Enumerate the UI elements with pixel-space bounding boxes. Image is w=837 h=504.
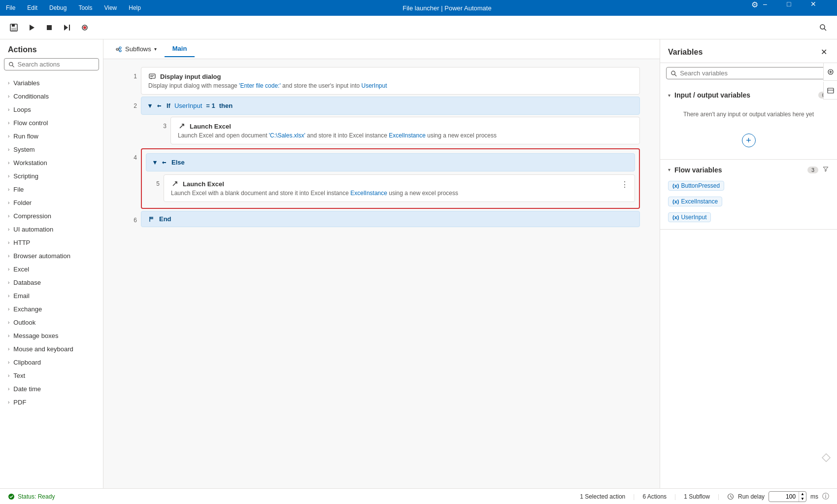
menu-tools[interactable]: Tools [76,2,94,13]
next-step-button[interactable] [59,20,75,35]
menu-view[interactable]: View [102,2,119,13]
canvas-search-button[interactable] [815,20,831,35]
variables-side-icon2[interactable] [823,82,837,100]
if-collapse-icon[interactable]: ▾ [148,102,152,109]
if-card[interactable]: ▾ If UserInput = 1 then [141,97,640,115]
action-group-label: System [13,146,34,153]
title-bar: File Edit Debug Tools View Help File lau… [0,0,837,16]
action-group-database[interactable]: › Database [0,276,103,289]
step-number-6: 6 [123,211,141,224]
variable-item-userinput[interactable]: (x) UserInput [660,209,837,225]
step-card-3[interactable]: Launch Excel Launch Excel and open docum… [170,117,640,144]
action-group-http[interactable]: › HTTP [0,236,103,249]
chevron-right-icon: › [8,293,9,299]
action-group-variables[interactable]: › Variables [0,76,103,90]
action-group-pdf[interactable]: › PDF [0,396,103,409]
variable-name-buttonpressed: ButtonPressed [681,182,720,189]
io-variables-header[interactable]: ▾ Input / output variables 0 [660,87,837,103]
run-delay-info-button[interactable]: ⓘ [822,492,829,501]
step-more-button-5[interactable]: ⋮ [619,179,631,190]
window-controls[interactable]: ⚙ – □ ✕ [751,0,833,16]
variables-close-button[interactable]: ✕ [819,45,829,59]
save-button[interactable] [6,20,22,35]
action-group-scripting[interactable]: › Scripting [0,169,103,183]
svg-rect-4 [47,25,52,30]
action-group-email[interactable]: › Email [0,289,103,302]
action-group-excel[interactable]: › Excel [0,263,103,276]
action-group-label: Variables [13,79,39,87]
if-label: If [167,102,170,109]
if-operator: = 1 [206,102,215,109]
step-number-4: 4 [123,148,141,161]
flow-variables-filter-button[interactable] [822,166,829,174]
stop-button[interactable] [41,20,57,35]
menu-file[interactable]: File [4,2,17,13]
chevron-right-icon: › [8,400,9,405]
if-icon [156,102,163,109]
flow-variables-header[interactable]: ▾ Flow variables 3 [660,162,837,178]
action-group-flow-control[interactable]: › Flow control [0,116,103,130]
svg-point-13 [116,48,118,50]
action-group-loops[interactable]: › Loops [0,103,103,116]
run-delay-up-button[interactable]: ▲ [799,492,806,497]
tab-main[interactable]: Main [165,41,195,57]
variables-side-icon1[interactable] [823,63,837,81]
else-collapse-icon[interactable]: ▾ [153,159,157,166]
action-group-label: Flow control [13,119,48,127]
chevron-right-icon: › [8,267,9,272]
restore-button[interactable]: □ [787,0,809,16]
divider2: | [674,493,676,500]
minimize-button[interactable]: – [763,0,786,16]
menu-help[interactable]: Help [127,2,143,13]
action-group-clipboard[interactable]: › Clipboard [0,356,103,369]
variable-item-buttonpressed[interactable]: (x) ButtonPressed [660,178,837,194]
svg-line-30 [674,74,676,76]
action-group-message-boxes[interactable]: › Message boxes [0,329,103,342]
else-card[interactable]: ▾ Else [146,153,635,171]
variables-search-box[interactable] [666,67,831,79]
step-title-1: Display input dialog [148,72,633,80]
chevron-right-icon: › [8,160,9,166]
variable-item-excelinstance[interactable]: (x) ExcelInstance [660,194,837,209]
action-group-mouse-keyboard[interactable]: › Mouse and keyboard [0,342,103,356]
subflows-button[interactable]: Subflows ▾ [111,43,161,55]
svg-marker-5 [64,25,68,31]
action-group-outlook[interactable]: › Outlook [0,316,103,329]
end-card[interactable]: End [141,211,640,227]
menu-debug[interactable]: Debug [47,2,68,13]
variables-content: ▾ Input / output variables 0 There aren'… [660,83,837,488]
action-group-conditionals[interactable]: › Conditionals [0,90,103,103]
run-delay-input[interactable] [769,492,799,501]
variable-name-userinput: UserInput [681,214,706,221]
svg-line-12 [12,65,14,67]
actions-search-box[interactable] [4,58,99,70]
action-group-compression[interactable]: › Compression [0,209,103,223]
step-card-5[interactable]: Launch Excel Launch Excel with a blank d… [164,174,635,202]
search-variables-input[interactable] [680,69,827,77]
menu-bar[interactable]: File Edit Debug Tools View Help [4,2,143,13]
action-group-file[interactable]: › File [0,183,103,196]
close-button[interactable]: ✕ [810,0,833,16]
action-group-ui-automation[interactable]: › UI automation [0,223,103,236]
run-delay-input-container: ▲ ▼ [769,491,806,502]
step-card-1[interactable]: Display input dialog Display input dialo… [141,67,640,95]
run-delay-down-button[interactable]: ▼ [799,497,806,502]
action-group-system[interactable]: › System [0,143,103,156]
action-group-text[interactable]: › Text [0,369,103,382]
record-button[interactable] [77,20,93,35]
search-actions-input[interactable] [18,61,95,68]
action-group-folder[interactable]: › Folder [0,196,103,209]
svg-point-8 [83,26,86,29]
add-io-variable-button[interactable]: + [742,134,756,147]
action-group-browser-automation[interactable]: › Browser automation [0,249,103,263]
run-button[interactable] [24,20,39,35]
action-group-exchange[interactable]: › Exchange [0,302,103,316]
action-group-datetime[interactable]: › Date time [0,382,103,396]
actions-panel-title: Actions [0,39,103,58]
menu-edit[interactable]: Edit [25,2,39,13]
flow-tabs-bar: Subflows ▾ Main [103,39,660,59]
status-ready: Status: Ready [8,493,55,500]
action-group-run-flow[interactable]: › Run flow [0,130,103,143]
action-group-workstation[interactable]: › Workstation [0,156,103,169]
variable-name-excelinstance: ExcelInstance [681,198,718,205]
